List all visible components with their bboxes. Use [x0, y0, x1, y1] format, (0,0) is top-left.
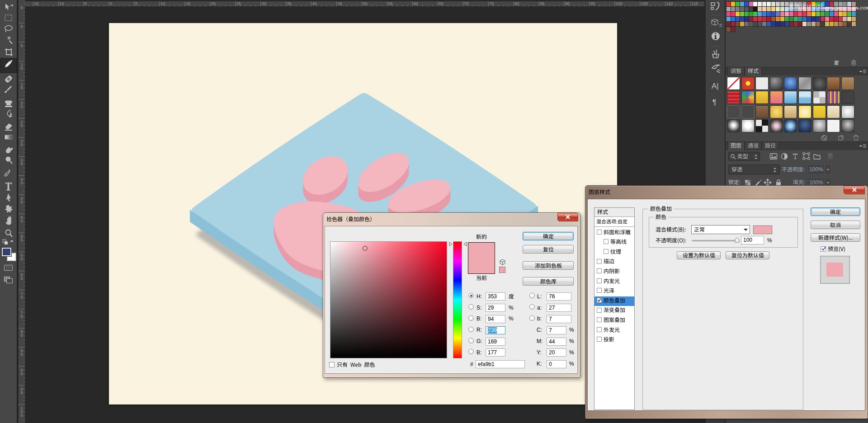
svg-text:15: 15	[34, 1, 38, 6]
svg-text:0: 0	[20, 413, 23, 418]
svg-text:0: 0	[110, 1, 112, 6]
svg-text:110: 110	[666, 1, 673, 6]
svg-text:65: 65	[439, 1, 443, 6]
svg-text:100: 100	[616, 1, 623, 6]
svg-text:5: 5	[135, 1, 137, 6]
svg-text:5: 5	[85, 1, 87, 6]
svg-text:60: 60	[413, 1, 418, 6]
svg-text:90: 90	[565, 1, 570, 6]
svg-text:5: 5	[20, 238, 23, 242]
svg-text:15: 15	[186, 1, 190, 6]
svg-text:25: 25	[236, 1, 241, 6]
svg-text:5: 5	[20, 5, 23, 10]
svg-text:0: 0	[20, 142, 23, 147]
svg-text:5: 5	[20, 200, 23, 204]
svg-text:30: 30	[262, 1, 266, 6]
svg-text:5: 5	[20, 85, 23, 90]
svg-text:A|: A|	[712, 82, 719, 90]
svg-text:45: 45	[338, 1, 342, 6]
svg-text:0: 0	[20, 66, 23, 70]
svg-text:5: 5	[20, 352, 23, 357]
svg-text:5: 5	[20, 314, 23, 319]
svg-text:20: 20	[211, 1, 216, 6]
svg-text:5: 5	[20, 123, 23, 128]
svg-text:5: 5	[20, 276, 23, 281]
svg-text:0: 0	[20, 295, 23, 300]
svg-text:5: 5	[20, 161, 23, 166]
svg-text:50: 50	[363, 1, 368, 6]
svg-text:105: 105	[641, 1, 648, 6]
svg-text:0: 0	[20, 24, 23, 29]
svg-text:5: 5	[20, 43, 23, 48]
svg-text:75: 75	[489, 1, 494, 6]
svg-text:0: 0	[20, 181, 23, 185]
svg-text:10: 10	[59, 1, 64, 6]
svg-text:70: 70	[464, 1, 468, 6]
svg-text:0: 0	[20, 257, 23, 261]
svg-text:0: 0	[20, 104, 23, 109]
svg-text:55: 55	[388, 1, 392, 6]
svg-text:35: 35	[287, 1, 292, 6]
svg-text:85: 85	[540, 1, 544, 6]
svg-text:40: 40	[312, 1, 317, 6]
svg-text:¶: ¶	[712, 99, 717, 106]
svg-text:115: 115	[692, 1, 698, 6]
svg-text:80: 80	[514, 1, 519, 6]
svg-text:95: 95	[590, 1, 595, 6]
svg-text:0: 0	[20, 333, 23, 338]
svg-text:0: 0	[20, 219, 23, 223]
svg-text:10: 10	[160, 1, 165, 6]
svg-text:5: 5	[20, 390, 23, 395]
svg-text:0: 0	[20, 371, 23, 376]
